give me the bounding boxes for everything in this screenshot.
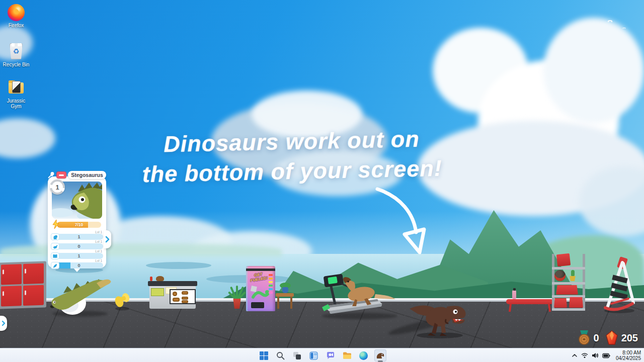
dino-info-card: Stegosaurus 1: [48, 171, 106, 272]
taskbar-system-tray: 8:00 AM 04/24/2025: [572, 348, 641, 362]
table-leg: [290, 297, 292, 309]
pastry-display: [170, 289, 196, 304]
start-button[interactable]: [258, 349, 270, 361]
red-box: [556, 253, 571, 267]
pin-icon[interactable]: [48, 171, 55, 178]
table-leg: [277, 297, 279, 309]
stat-row-knowledge: Lvl 1 1: [51, 249, 103, 259]
bench-leg: [548, 304, 551, 312]
ketchup-bottle: [150, 277, 152, 281]
desktop-icon-jurassic-gym[interactable]: Jurassic Gym: [1, 79, 31, 109]
jurassic-gym-taskbar-button[interactable]: [374, 349, 386, 361]
edge-icon: [359, 351, 368, 360]
minimize-card-button[interactable]: [56, 171, 66, 178]
stegosaurus-on-ball[interactable]: [46, 269, 114, 315]
stair-climber[interactable]: [601, 255, 636, 314]
task-view-button[interactable]: [291, 349, 303, 361]
battery-icon[interactable]: [602, 353, 610, 358]
medal-counter: 0: [578, 330, 599, 345]
vending-top: [246, 268, 275, 271]
jurassic-gym-folder-icon: [8, 79, 25, 97]
taskbar: 8:00 AM 04/24/2025: [0, 348, 644, 362]
red-bench[interactable]: [506, 293, 553, 312]
cactus-pot: [569, 276, 576, 281]
food-pot: [156, 276, 164, 281]
cactus: [571, 270, 575, 277]
hand-drawn-arrow: [372, 184, 433, 259]
chevron-right-icon: [2, 320, 6, 326]
plant-leaves: [230, 284, 244, 301]
gem-icon: [605, 330, 618, 345]
plant-pot: [232, 299, 242, 309]
vending-snake-art: [250, 282, 269, 302]
recycle-bin-icon: ♻: [8, 43, 25, 60]
table-plant-pot: [282, 287, 288, 293]
side-table[interactable]: [276, 286, 294, 310]
search-button[interactable]: [275, 349, 287, 361]
bench-seat: [506, 299, 553, 304]
search-icon: [276, 351, 285, 360]
taskbar-clock[interactable]: 8:00 AM 04/24/2025: [614, 350, 641, 361]
vending-slot: [251, 302, 264, 308]
desktop-icon-recycle-bin[interactable]: ♻ Recycle Bin: [1, 43, 31, 67]
t-rex[interactable]: [409, 289, 468, 339]
menu-screen: [151, 288, 164, 296]
card-next-button[interactable]: [104, 230, 111, 248]
desktop-icon-firefox[interactable]: Firefox: [1, 4, 31, 28]
file-explorer-icon: [343, 351, 352, 359]
promo-headline: Dinosaurs work out on the bottom of your…: [105, 123, 478, 190]
red-bin: [569, 297, 583, 308]
wifi-icon[interactable]: [581, 352, 588, 358]
windows-start-icon: [260, 351, 268, 360]
energy-value: 7/10: [57, 222, 101, 228]
red-bin: [556, 285, 578, 295]
vending-slogan: GETFUELED!: [247, 271, 270, 284]
shelf-board: [552, 308, 585, 311]
stat-row-speed: Lvl 1 0: [51, 240, 103, 249]
clock-date: 04/24/2025: [616, 355, 641, 361]
level-badge: 1: [50, 179, 65, 195]
counter-body: [149, 286, 196, 309]
snack-counter[interactable]: [148, 277, 197, 309]
widgets-button[interactable]: [308, 349, 320, 361]
jurassic-gym-app-icon: [376, 351, 385, 360]
shelf-board: [552, 282, 585, 285]
bench-leg: [509, 304, 512, 312]
stat-row-strength: Lvl 1 1: [51, 230, 103, 240]
firefox-icon: [8, 4, 25, 21]
edge-button[interactable]: [358, 349, 370, 361]
red-lockers[interactable]: [0, 261, 46, 309]
gym-ball: [554, 270, 566, 281]
chat-button[interactable]: [325, 349, 337, 361]
file-explorer-button[interactable]: [341, 349, 353, 361]
treadmill-with-dino[interactable]: [316, 273, 399, 317]
widgets-icon: [309, 351, 318, 360]
bird: [608, 20, 612, 22]
currency-bar: 0 205: [578, 329, 638, 346]
medal-count: 0: [594, 332, 599, 344]
potted-plant[interactable]: [230, 281, 244, 309]
vending-items: [269, 274, 273, 298]
chevron-right-icon: [105, 236, 110, 243]
vending-machine[interactable]: GETFUELED!: [246, 266, 275, 311]
yellow-toy[interactable]: [113, 287, 132, 311]
volume-icon[interactable]: [592, 352, 599, 358]
expand-panel-tab[interactable]: [0, 316, 7, 331]
bird: [622, 28, 625, 29]
chat-icon: [326, 351, 335, 360]
desktop-icon-label: Jurassic Gym: [1, 98, 31, 109]
storage-shelf[interactable]: [552, 254, 585, 311]
chevron-up-icon[interactable]: [572, 352, 578, 358]
card-content: 1: [48, 176, 106, 268]
energy-bolt-icon: [52, 220, 60, 229]
medal-icon: [578, 330, 591, 345]
table-top: [276, 293, 294, 297]
gem-count: 205: [621, 332, 638, 344]
water-bottle: [512, 290, 516, 299]
shelf-board: [552, 267, 585, 269]
dino-name-title: Stegosaurus: [68, 171, 106, 179]
gem-counter: 205: [605, 330, 638, 345]
desktop-icon-label: Firefox: [1, 23, 31, 28]
desktop-icon-label: Recycle Bin: [1, 62, 31, 67]
taskbar-center-icons: [0, 348, 644, 362]
